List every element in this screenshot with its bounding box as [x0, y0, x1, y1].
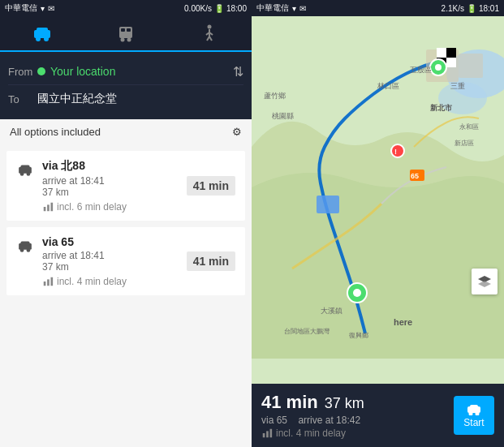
walk-icon — [198, 22, 221, 45]
map-layers-button[interactable] — [472, 269, 498, 294]
svg-text:新北市: 新北市 — [430, 103, 453, 112]
svg-rect-20 — [47, 204, 50, 211]
svg-text:台閩地區大鵬灣: 台閩地區大鵬灣 — [284, 328, 330, 335]
right-time: 18:01 — [479, 4, 499, 13]
map-delay-row: incl. 4 min delay — [261, 428, 447, 439]
svg-rect-26 — [44, 282, 46, 286]
tab-car[interactable] — [0, 16, 84, 50]
options-label: All options included — [10, 126, 101, 138]
svg-point-7 — [120, 38, 124, 42]
network-icon: 🔋 — [214, 4, 224, 13]
settings-icon[interactable]: ⚙ — [232, 126, 242, 138]
svg-rect-23 — [21, 242, 30, 246]
right-panel: 中華電信 ▾ ✉ 2.1K/s 🔋 18:01 — [252, 0, 504, 447]
route-duration-1: 41 min — [187, 176, 235, 196]
delay-text-2: incl. 4 min delay — [57, 276, 127, 287]
svg-rect-35 — [437, 48, 446, 58]
right-speed: 2.1K/s — [442, 4, 464, 13]
delay-text-1: incl. 6 min delay — [57, 201, 127, 213]
map-via: via 65 arrive at 18:42 — [261, 415, 447, 426]
route-delay-1: incl. 6 min delay — [42, 201, 179, 213]
from-row: From Your location ⇅ — [8, 58, 243, 84]
svg-rect-28 — [51, 277, 54, 286]
start-button[interactable]: Start — [454, 396, 494, 435]
svg-point-17 — [20, 172, 24, 176]
left-time: 18:00 — [226, 4, 247, 13]
svg-rect-33 — [459, 54, 483, 78]
msg-icon: ✉ — [48, 4, 54, 13]
route-via-2: via 65 — [42, 235, 179, 248]
svg-point-24 — [20, 248, 24, 252]
from-value[interactable]: Your location — [37, 65, 243, 78]
to-row: To 國立中正紀念堂 — [8, 85, 243, 113]
svg-rect-37 — [317, 196, 339, 213]
svg-rect-62 — [270, 429, 273, 438]
svg-text:!: ! — [394, 148, 397, 156]
from-text: Your location — [50, 65, 115, 78]
start-label: Start — [463, 417, 484, 428]
svg-point-39 — [353, 289, 361, 297]
tab-walk[interactable] — [168, 16, 252, 50]
route-card-1[interactable]: via 北88 arrive at 18:41 37 km incl. 6 mi… — [6, 151, 245, 221]
to-text: 國立中正紀念堂 — [37, 92, 117, 106]
svg-text:大溪鎮: 大溪鎮 — [321, 307, 342, 315]
svg-rect-61 — [266, 431, 269, 437]
svg-text:林口區: 林口區 — [377, 82, 399, 90]
map-delay-text: incl. 4 min delay — [276, 428, 346, 439]
map-bottom-bar: 41 min 37 km via 65 arrive at 18:42 incl… — [252, 384, 504, 447]
svg-rect-60 — [263, 433, 265, 437]
svg-text:復興鄉: 復興鄉 — [349, 332, 368, 339]
svg-rect-16 — [21, 165, 30, 170]
svg-point-3 — [44, 37, 49, 41]
svg-point-9 — [208, 25, 212, 29]
map-duration: 41 min — [261, 392, 318, 413]
from-label: From — [8, 66, 31, 78]
right-status-right: 2.1K/s 🔋 18:01 — [442, 4, 499, 13]
svg-point-18 — [27, 172, 31, 176]
options-bar: All options included ⚙ — [0, 119, 252, 144]
route-card-2[interactable]: via 65 arrive at 18:41 37 km incl. 4 min… — [6, 227, 245, 295]
map-distance: 37 km — [325, 395, 364, 412]
svg-rect-36 — [446, 58, 456, 67]
svg-rect-64 — [470, 405, 478, 409]
map-area[interactable]: ! 蘆竹鄉 桃園縣 林口區 五股區 三重 新北市 永和區 新店區 大溪鎮 台閩地… — [252, 0, 504, 384]
svg-rect-1 — [37, 28, 48, 32]
svg-point-40 — [391, 144, 404, 157]
svg-text:蘆竹鄉: 蘆竹鄉 — [264, 92, 286, 100]
svg-point-25 — [27, 248, 31, 252]
route-car-icon-2 — [16, 237, 34, 258]
left-status-right: 0.00K/s 🔋 18:00 — [184, 4, 247, 13]
svg-text:65: 65 — [411, 172, 419, 180]
svg-point-8 — [127, 38, 131, 42]
transport-tabs — [0, 16, 252, 52]
left-status-bar: 中華電信 ▾ ✉ 0.00K/s 🔋 18:00 — [0, 0, 252, 16]
delay-icon-2 — [42, 276, 54, 287]
map-delay-icon — [261, 428, 273, 439]
route-info-2: via 65 arrive at 18:41 37 km incl. 4 min… — [42, 235, 179, 287]
right-status-bar: 中華電信 ▾ ✉ 2.1K/s 🔋 18:01 — [252, 0, 504, 16]
left-panel: 中華電信 ▾ ✉ 0.00K/s 🔋 18:00 — [0, 0, 252, 447]
route-arrive-2: arrive at 18:41 — [42, 250, 179, 261]
svg-rect-5 — [121, 28, 125, 32]
route-inputs-wrapper: From Your location ⇅ To 國立中正紀念堂 — [0, 52, 252, 119]
right-status-left: 中華電信 ▾ ✉ — [256, 2, 306, 14]
svg-text:永和區: 永和區 — [459, 123, 479, 131]
left-status-left: 中華電信 ▾ ✉ — [5, 2, 54, 14]
swap-button[interactable]: ⇅ — [233, 64, 243, 80]
route-delay-2: incl. 4 min delay — [42, 276, 179, 287]
route-inputs: From Your location ⇅ To 國立中正紀念堂 — [0, 52, 252, 119]
bus-icon — [114, 22, 137, 45]
map-bottom-main: 41 min 37 km — [261, 392, 447, 413]
svg-line-14 — [209, 37, 212, 41]
svg-text:三重: 三重 — [450, 82, 465, 90]
to-value[interactable]: 國立中正紀念堂 — [37, 92, 243, 106]
svg-text:五股區: 五股區 — [410, 66, 432, 74]
location-dot — [37, 67, 45, 75]
tab-transit[interactable] — [84, 16, 167, 50]
svg-marker-59 — [478, 281, 491, 287]
svg-rect-27 — [47, 279, 50, 286]
route-via-1: via 北88 — [42, 159, 179, 174]
route-arrive-1: arrive at 18:41 — [42, 175, 179, 187]
route-distance-2: 37 km — [42, 261, 179, 273]
map-via-text: via 65 — [261, 415, 287, 426]
